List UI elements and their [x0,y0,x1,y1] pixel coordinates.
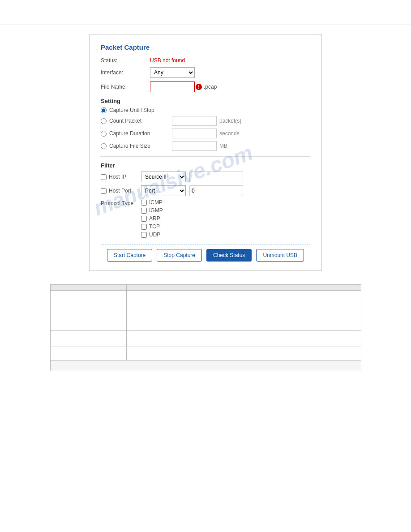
capture-duration-row: Capture Duration seconds [101,129,310,138]
table-cell-right [126,347,361,360]
filter-title: Filter [101,162,310,169]
protocol-checkboxes: ICMP IGMP ARP TCP [141,199,163,238]
stop-capture-button[interactable]: Stop Capture [157,249,202,262]
interface-row: Interface: Any WAN LAN [101,67,310,78]
status-row: Status: USB not found [101,57,310,64]
count-packet-row: Count Packet packet(s) [101,116,310,126]
filename-error-icon: ! [196,84,202,90]
count-packet-label: Count Packet [109,118,172,124]
capture-file-size-row: Capture File Size MB [101,141,310,151]
host-ip-value-input[interactable] [189,172,243,182]
protocol-type-label: Protocol Type [101,199,141,206]
dotted-separator [101,244,310,245]
host-port-label: Host Port [101,188,141,194]
table-header-row [50,285,361,291]
host-port-type-select[interactable]: Port [141,185,186,196]
protocol-igmp-item: IGMP [141,207,163,214]
host-port-checkbox[interactable] [101,188,107,194]
protocol-udp-label: UDP [149,232,160,238]
protocol-igmp-label: IGMP [149,207,163,214]
host-port-row: Host Port Port [101,185,310,196]
capture-until-stop-label: Capture Untill Stop [109,107,172,113]
setting-title: Setting [101,98,310,104]
protocol-arp-item: ARP [141,215,163,222]
table-cell-left [50,291,126,331]
capture-duration-radio[interactable] [101,131,107,137]
protocol-icmp-label: ICMP [149,199,163,206]
interface-select[interactable]: Any WAN LAN [150,67,195,78]
table-col2-header [126,285,361,291]
filename-label: File Name: [101,84,150,90]
protocol-arp-checkbox[interactable] [141,216,147,222]
capture-duration-input[interactable] [172,129,217,138]
table-row [50,347,361,360]
interface-label: Interface: [101,69,150,76]
protocol-arp-label: ARP [149,215,160,222]
capture-until-stop-radio[interactable] [101,107,107,113]
capture-file-size-input[interactable] [172,141,217,151]
table-cell-left [50,331,126,347]
table-cell-right [126,291,361,331]
table-cell-left [50,347,126,360]
filename-ext: .pcap [204,84,217,90]
protocol-udp-item: UDP [141,232,163,238]
capture-duration-label: Capture Duration [109,130,172,137]
unmount-usb-button[interactable]: Unmount USB [256,249,304,262]
count-packet-radio[interactable] [101,118,107,124]
capture-until-stop-row: Capture Untill Stop [101,107,310,113]
host-ip-row: Host IP Source IP Destination IP Any [101,172,310,182]
table-footer-cell [50,360,361,371]
protocol-udp-checkbox[interactable] [141,232,147,238]
protocol-tcp-checkbox[interactable] [141,224,147,230]
table-section [50,284,361,371]
table-col1-header [50,285,126,291]
host-ip-checkbox[interactable] [101,174,107,180]
host-ip-type-select[interactable]: Source IP Destination IP Any [141,172,186,182]
status-value: USB not found [150,57,185,64]
capture-duration-unit: seconds [219,130,240,137]
capture-file-size-label: Capture File Size [109,143,172,149]
table-row [50,360,361,371]
filename-row: File Name: ! .pcap [101,82,310,92]
protocol-igmp-checkbox[interactable] [141,208,147,214]
data-table [50,284,361,371]
packet-capture-panel: Packet Capture Status: USB not found Int… [89,34,322,271]
table-row [50,331,361,347]
protocol-type-row: Protocol Type ICMP IGMP ARP [101,199,310,238]
protocol-icmp-item: ICMP [141,199,163,206]
table-row [50,291,361,331]
protocol-tcp-item: TCP [141,223,163,230]
protocol-icmp-checkbox[interactable] [141,200,147,206]
protocol-tcp-label: TCP [149,223,160,230]
capture-file-size-unit: MB [219,143,227,149]
buttons-row: Start Capture Stop Capture Check Status … [101,249,310,262]
filename-input[interactable] [150,82,195,92]
count-packet-input[interactable] [172,116,217,126]
host-port-value-input[interactable] [189,185,243,196]
panel-title: Packet Capture [101,43,310,51]
filter-divider [101,156,310,157]
capture-file-size-radio[interactable] [101,143,107,149]
start-capture-button[interactable]: Start Capture [107,249,152,262]
status-label: Status: [101,57,150,64]
host-ip-label: Host IP [101,174,141,180]
count-packet-unit: packet(s) [219,118,241,124]
check-status-button[interactable]: Check Status [206,249,252,262]
filename-input-group: ! .pcap [150,82,217,92]
table-cell-right [126,331,361,347]
